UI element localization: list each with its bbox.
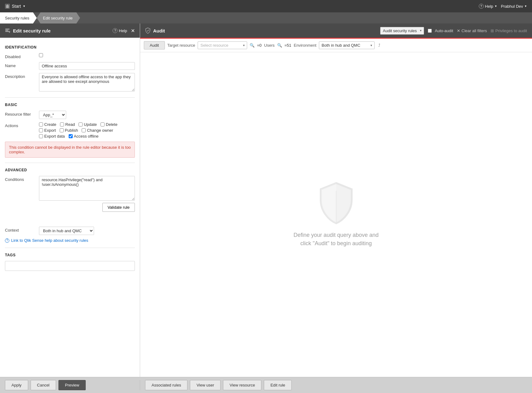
name-label: Name [5, 62, 39, 68]
users-filter-icon[interactable]: 🔍 [277, 43, 282, 48]
privileges-label: Privileges to audit [495, 28, 527, 33]
svg-rect-1 [5, 29, 10, 29]
left-panel-header: Edit security rule ? Help ✕ [0, 23, 140, 38]
preview-button[interactable]: Preview [58, 380, 86, 390]
resource-filter-select[interactable]: App_* [39, 111, 66, 119]
bottom-bar-right: Associated rules View user View resource… [140, 380, 532, 390]
update-checkbox[interactable] [79, 122, 83, 126]
associated-rules-button[interactable]: Associated rules [145, 380, 187, 390]
action-access-offline[interactable]: Access offline [69, 134, 99, 139]
action-export-data[interactable]: Export data [39, 134, 65, 139]
identification-section-title: IDENTIFICATION [5, 45, 135, 49]
actions-control: Create Read Update Delete Export Publish… [39, 122, 135, 139]
tags-row [5, 261, 135, 271]
help-link-row: ? Link to Qlik Sense help about security… [5, 238, 135, 243]
select-resource-select[interactable]: Select resource [198, 41, 247, 49]
edit-rule-icon [5, 28, 11, 33]
breadcrumb-security-rules-label: Security rules [5, 16, 29, 20]
help-button[interactable]: ? Help ▼ [479, 4, 497, 9]
conditions-textarea[interactable]: resource.HasPrivilege("read") and !user.… [39, 176, 135, 201]
audit-placeholder-text: Define your audit query above and click … [294, 231, 379, 248]
name-row: Name [5, 62, 135, 70]
breadcrumb-security-rules[interactable]: Security rules [0, 12, 37, 23]
auto-audit-checkbox[interactable] [428, 29, 432, 33]
publish-checkbox[interactable] [60, 128, 64, 132]
disabled-row: Disabled [5, 53, 135, 59]
cancel-button[interactable]: Cancel [31, 380, 56, 390]
action-publish[interactable]: Publish [60, 128, 78, 133]
context-label: Context [5, 227, 39, 233]
select-resource-wrapper: Select resource [198, 41, 247, 49]
user-menu[interactable]: Prabhul Dev ▼ [501, 4, 527, 9]
disabled-checkbox[interactable] [39, 53, 43, 57]
view-user-button[interactable]: View user [190, 380, 221, 390]
breadcrumb: Security rules Edit security rule [0, 12, 532, 23]
privileges-button[interactable]: ⊞ Privileges to audit [491, 28, 527, 33]
context-row: Context Both in hub and QMCHub onlyQMC o… [5, 227, 135, 235]
help-circle-icon: ? [479, 4, 484, 9]
topbar-right: ? Help ▼ Prabhul Dev ▼ [479, 4, 527, 9]
left-panel-title-text: Edit security rule [13, 28, 51, 33]
audit-placeholder-line1: Define your audit query above and [294, 232, 379, 238]
environment-select[interactable]: Both in hub and QMCHub onlyQMC only [319, 41, 375, 49]
audit-rules-select[interactable]: Audit security rulesAudit all rules [380, 27, 424, 35]
help-dropdown-icon: ▼ [495, 5, 497, 8]
resource-count-badge: =0 [257, 43, 262, 48]
action-delete[interactable]: Delete [101, 122, 118, 127]
tags-input[interactable] [5, 261, 135, 271]
main-layout: Edit security rule ? Help ✕ IDENTIFICATI… [0, 23, 532, 377]
resource-filter-icon[interactable]: 🔍 [250, 43, 255, 48]
help-link[interactable]: Link to Qlik Sense help about security r… [11, 238, 88, 243]
name-input[interactable] [39, 62, 135, 70]
panel-help-button[interactable]: ? Help [113, 28, 127, 33]
description-textarea[interactable]: Everyone is allowed offline access to th… [39, 73, 135, 92]
auto-audit-text: Auto-audit [435, 28, 453, 33]
help-label: Help [485, 4, 493, 9]
conditions-row: Conditions resource.HasPrivilege("read")… [5, 176, 135, 212]
access-offline-checkbox[interactable] [69, 134, 73, 138]
tags-section-title: TAGS [5, 253, 135, 257]
read-checkbox[interactable] [60, 122, 64, 126]
validate-rule-button[interactable]: Validate rule [102, 203, 135, 212]
description-control: Everyone is allowed offline access to th… [39, 73, 135, 92]
create-checkbox[interactable] [39, 122, 43, 126]
delete-checkbox[interactable] [101, 122, 105, 126]
audit-rules-select-wrapper: Audit security rulesAudit all rules [380, 27, 424, 35]
close-button[interactable]: ✕ [131, 28, 135, 34]
auto-audit-label[interactable]: Auto-audit [428, 28, 453, 33]
apply-button[interactable]: Apply [5, 380, 28, 390]
clear-filters-button[interactable]: ✕ Clear all filters [457, 28, 487, 33]
tags-control [5, 261, 135, 271]
clear-filters-icon: ✕ [457, 28, 460, 33]
export-icon[interactable]: ⤴ [378, 43, 380, 48]
audit-button[interactable]: Audit [144, 41, 165, 49]
breadcrumb-edit-security-rule[interactable]: Edit security rule [37, 12, 80, 23]
users-count-badge: =51 [285, 43, 291, 48]
right-panel: Audit Audit security rulesAudit all rule… [140, 23, 532, 377]
start-menu[interactable]: Start ▼ [5, 4, 26, 9]
export-checkbox[interactable] [39, 128, 43, 132]
action-change-owner[interactable]: Change owner [82, 128, 113, 133]
action-create[interactable]: Create [39, 122, 56, 127]
action-update[interactable]: Update [79, 122, 97, 127]
disabled-control [39, 53, 135, 58]
panel-help-label: Help [119, 28, 127, 33]
name-control [39, 62, 135, 70]
right-panel-actions: Audit security rulesAudit all rules Auto… [380, 27, 527, 35]
home-icon [5, 4, 10, 9]
actions-label: Actions [5, 122, 39, 128]
svg-rect-2 [5, 30, 8, 31]
audit-toolbar: Audit Target resource Select resource 🔍 … [140, 38, 532, 52]
edit-rule-button[interactable]: Edit rule [264, 380, 292, 390]
action-export[interactable]: Export [39, 128, 56, 133]
view-resource-button[interactable]: View resource [223, 380, 261, 390]
action-read[interactable]: Read [60, 122, 75, 127]
change-owner-checkbox[interactable] [82, 128, 86, 132]
resource-filter-row: Resource filter App_* [5, 111, 135, 119]
conditions-control: resource.HasPrivilege("read") and !user.… [39, 176, 135, 212]
user-dropdown-icon: ▼ [524, 5, 527, 8]
context-select[interactable]: Both in hub and QMCHub onlyQMC only [39, 227, 94, 235]
error-box: This condition cannot be displayed in th… [5, 142, 135, 158]
export-data-checkbox[interactable] [39, 134, 43, 138]
panel-content: IDENTIFICATION Disabled Name Description… [0, 38, 140, 377]
